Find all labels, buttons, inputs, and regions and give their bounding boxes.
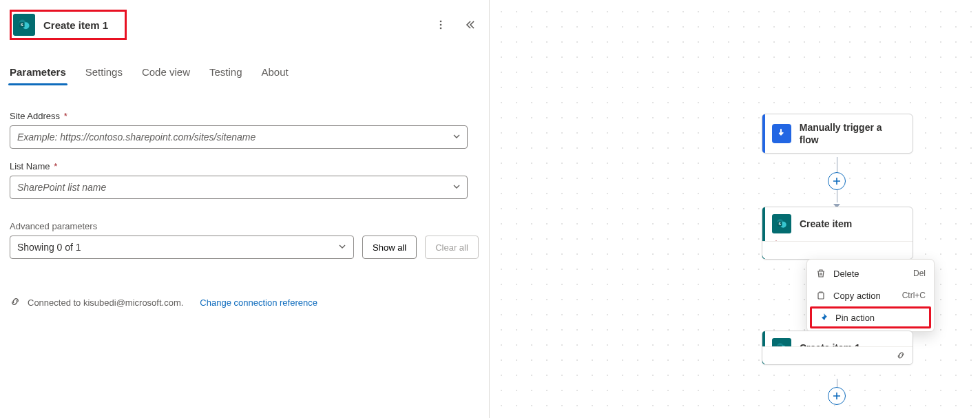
panel-header-actions (432, 17, 479, 33)
tab-testing[interactable]: Testing (209, 66, 242, 85)
menu-delete-shortcut: Del (913, 269, 926, 278)
required-marker: * (64, 111, 67, 121)
create-item-1-card[interactable]: S Create item 1 (762, 331, 913, 365)
more-options-icon[interactable] (432, 17, 449, 33)
action-config-panel: S Create item 1 Parameters Settings Code… (0, 0, 489, 418)
clipboard-icon (815, 290, 826, 301)
site-address-input[interactable] (10, 125, 468, 149)
menu-copy-shortcut: Ctrl+C (902, 291, 926, 300)
sharepoint-icon: S (772, 214, 791, 233)
svg-rect-12 (818, 293, 824, 299)
collapse-panel-icon[interactable] (461, 17, 478, 33)
trash-icon (815, 268, 826, 279)
menu-delete-label: Delete (833, 269, 859, 279)
trigger-card[interactable]: Manually trigger a flow (762, 114, 913, 154)
pin-icon (817, 312, 828, 323)
list-name-input[interactable] (10, 176, 468, 199)
menu-copy-label: Copy action (833, 291, 881, 301)
clear-all-button: Clear all (425, 236, 479, 259)
advanced-showing-select[interactable]: Showing 0 of 1 (10, 236, 354, 259)
connector-line (837, 379, 837, 387)
connection-row: Connected to kisubedi@microsoft.com. Cha… (10, 296, 479, 309)
advanced-label: Advanced parameters (10, 221, 479, 231)
svg-point-4 (440, 21, 442, 23)
site-address-field: Site Address * (10, 111, 479, 149)
connection-text: Connected to kisubedi@microsoft.com. (28, 297, 183, 308)
list-name-label: List Name (10, 161, 50, 171)
tab-code-view[interactable]: Code view (142, 66, 190, 85)
parameters-form: Site Address * List Name * (10, 111, 479, 309)
menu-delete[interactable]: Delete Del (807, 262, 934, 284)
create-item-card[interactable]: S Create item Invalid parameters (762, 207, 913, 260)
sharepoint-icon: S (13, 14, 35, 36)
tab-about[interactable]: About (262, 66, 289, 85)
change-connection-link[interactable]: Change connection reference (200, 297, 317, 308)
show-all-button[interactable]: Show all (362, 236, 417, 259)
svg-text:S: S (21, 23, 23, 27)
flow-canvas[interactable]: Manually trigger a flow S Create item (489, 0, 980, 418)
connector-line (837, 157, 837, 172)
create-item-title: Create item (800, 218, 852, 230)
tab-settings[interactable]: Settings (85, 66, 123, 85)
card-footer (762, 346, 913, 364)
panel-title[interactable]: Create item 1 (43, 19, 108, 31)
panel-title-highlight: S Create item 1 (10, 10, 127, 40)
advanced-showing-text: Showing 0 of 1 (17, 242, 81, 253)
add-step-button[interactable] (828, 172, 846, 190)
add-step-button[interactable] (828, 387, 846, 405)
panel-tabs: Parameters Settings Code view Testing Ab… (10, 66, 479, 85)
site-address-label: Site Address (10, 111, 60, 121)
touch-icon (772, 124, 791, 143)
card-accent (762, 114, 765, 153)
panel-header: S Create item 1 (10, 10, 479, 40)
menu-copy[interactable]: Copy action Ctrl+C (807, 284, 934, 306)
card-footer (762, 241, 913, 259)
menu-pin[interactable]: Pin action (810, 306, 931, 328)
advanced-parameters: Advanced parameters Showing 0 of 1 Show … (10, 221, 479, 259)
link-icon (10, 296, 21, 309)
link-icon (896, 351, 906, 363)
svg-point-6 (440, 28, 442, 30)
svg-point-5 (440, 24, 442, 26)
trigger-title: Manually trigger a flow (800, 121, 903, 146)
chevron-down-icon (338, 242, 346, 253)
required-marker: * (54, 161, 57, 171)
context-menu: Delete Del Copy action Ctrl+C Pin action (806, 259, 935, 332)
list-name-field: List Name * (10, 161, 479, 199)
menu-pin-label: Pin action (835, 313, 875, 323)
tab-parameters[interactable]: Parameters (10, 66, 66, 85)
